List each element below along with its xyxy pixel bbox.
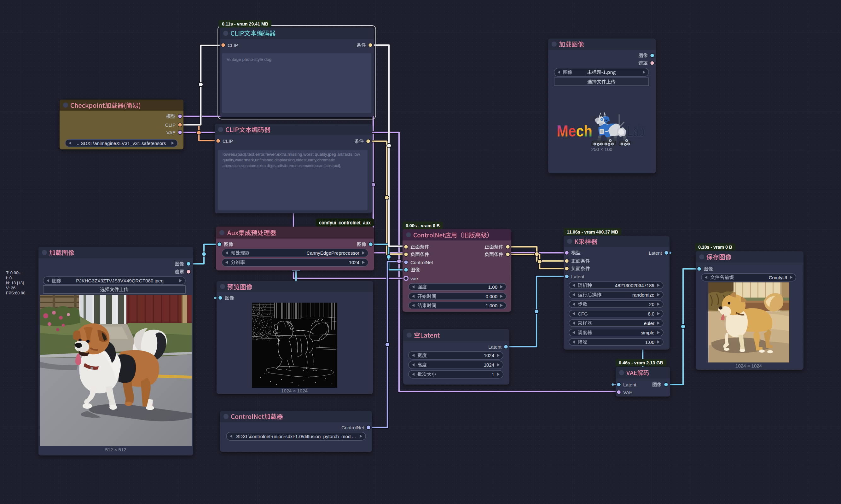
svg-text:lowres,(bad),text,error,fewer,: lowres,(bad),text,error,fewer,extra,miss… [222,152,360,157]
svg-text:ControlNet: ControlNet [410,260,433,265]
svg-text:250 × 100: 250 × 100 [591,147,612,152]
svg-text:euler: euler [644,321,655,326]
svg-text:1.000: 1.000 [485,303,497,308]
svg-text:0.000: 0.000 [485,294,497,299]
svg-text:aberration,signature,extra dig: aberration,signature,extra digits,artist… [222,163,341,168]
svg-text:.. SDXL\animagineXLV31_v31.saf: .. SDXL\animagineXLV31_v31.safetensors [77,141,166,146]
svg-text:VAE: VAE [623,390,632,395]
svg-text:T: 0.00s: T: 0.00s [6,270,20,275]
svg-text:512 × 512: 512 × 512 [105,447,126,452]
svg-text:simple: simple [641,330,655,335]
svg-text:I: 0: I: 0 [6,275,12,280]
svg-text:Latent: Latent [649,250,662,256]
svg-text:1.00: 1.00 [645,340,655,345]
svg-text:0.00s - vram 0 B: 0.00s - vram 0 B [406,223,440,228]
svg-text:CLIP: CLIP [228,42,238,48]
svg-text:randomize: randomize [632,292,655,298]
svg-text:PJKHG3ZX3ZTVJS9VX49QRGT080.jpe: PJKHG3ZX3ZTVJS9VX49QRGT080.jpeg [76,278,164,283]
svg-text:0.11s - vram 29.41 MB: 0.11s - vram 29.41 MB [222,21,268,26]
svg-text:Latent: Latent [623,382,637,388]
svg-text:vae: vae [410,276,418,281]
svg-text:SDXL\controlnet-union-sdxl-1.0: SDXL\controlnet-union-sdxl-1.0\diffusion… [236,434,356,439]
svg-text:CFG: CFG [578,311,588,317]
svg-text:FPS:60.98: FPS:60.98 [6,291,25,295]
svg-text:VAE: VAE [166,130,176,135]
svg-text:1024: 1024 [484,353,494,358]
svg-text:comfyui_controlnet_aux: comfyui_controlnet_aux [319,220,371,226]
svg-text:ComfyUI: ComfyUI [769,275,787,280]
svg-text:N: 13 [13]: N: 13 [13] [6,281,24,285]
svg-text:20: 20 [649,302,655,307]
svg-text:1024: 1024 [349,260,359,265]
svg-text:1024 × 1024: 1024 × 1024 [281,388,308,393]
svg-text:CLIP: CLIP [165,122,176,128]
svg-text:Lab: Lab [627,122,645,140]
svg-text:1024 × 1024: 1024 × 1024 [735,363,762,368]
svg-text:8.0: 8.0 [648,311,655,317]
svg-text:1: 1 [492,372,494,377]
svg-text:quality,watermark,unfinished,d: quality,watermark,unfinished,displeasing… [222,158,335,162]
svg-text:CLIP: CLIP [222,138,233,144]
svg-text:Latent: Latent [488,344,502,349]
svg-text:482130020347189: 482130020347189 [615,283,655,288]
svg-text:0.46s - vram 2.13 GB: 0.46s - vram 2.13 GB [619,360,663,365]
svg-text:Vintage photo-style dog: Vintage photo-style dog [227,57,271,62]
svg-text:CannyEdgePreprocessor: CannyEdgePreprocessor [306,250,359,256]
svg-text:0.10s - vram 0 B: 0.10s - vram 0 B [698,244,732,250]
svg-text:ControlNet: ControlNet [341,425,364,430]
svg-text:V: 26: V: 26 [6,286,15,290]
svg-text:11.06s - vram 400.37 MB: 11.06s - vram 400.37 MB [567,229,618,234]
svg-text:Latent: Latent [571,274,585,279]
svg-text:1024: 1024 [484,362,494,367]
svg-text:1.00: 1.00 [488,284,497,290]
svg-text:Mech: Mech [557,122,592,140]
